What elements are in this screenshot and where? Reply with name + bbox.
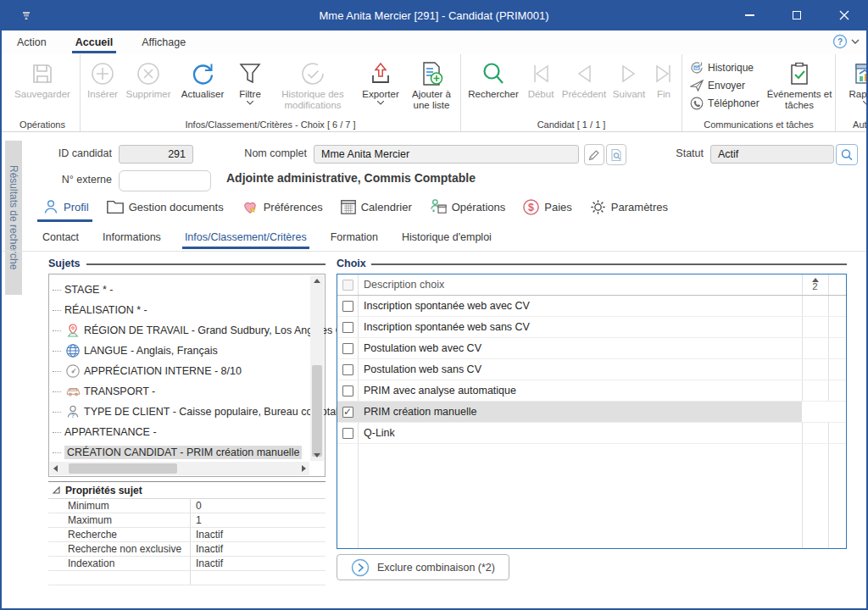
save-icon [31,58,54,89]
checkbox[interactable] [342,343,353,354]
checkbox-checked[interactable] [342,407,353,418]
export-icon [369,58,392,89]
status-field[interactable]: Actif [710,145,834,164]
subtab-formation[interactable]: Formation [331,225,378,249]
checkbox[interactable] [342,385,353,396]
tab-gestion-documents[interactable]: Gestion documents [106,193,224,220]
full-name-field[interactable]: Mme Anita Mercier [314,145,579,164]
quick-access-pin-icon[interactable] [22,11,31,19]
tree-item-creation-candidat[interactable]: CRÉATION CANDIDAT - PRIM création manuel… [53,444,302,461]
last-button[interactable]: Fin [648,56,679,118]
scroll-thumb[interactable] [312,365,322,457]
scroll-thumb[interactable] [69,463,177,474]
menu-accueil[interactable]: Accueil [74,32,114,53]
history-modifications-button[interactable]: Historique des modifications [270,56,356,118]
search-results-panel-label: Résultats de recherche [8,165,19,269]
report-button[interactable]: Rapport [838,56,868,118]
subtab-historique-emploi[interactable]: Historique d'emploi [402,225,492,249]
checkbox[interactable] [342,301,353,312]
proprietes-header[interactable]: Propriétés sujet [48,482,326,499]
choix-row[interactable]: Postulation web sans CV [337,359,846,380]
tree-item-transport[interactable]: TRANSPORT - [53,383,155,400]
ribbon-group-candidat: Rechercher Début Précédent Suivant [461,54,682,131]
choix-row[interactable]: Q-Link [337,423,846,444]
tab-paies[interactable]: $ Paies [522,193,572,220]
property-row-indexation[interactable]: Indexation Inactif [48,557,326,571]
export-button[interactable]: Exporter [356,56,405,118]
refresh-icon [190,58,215,89]
tree-item-appartenance[interactable]: APPARTENANCE - [53,424,157,441]
checkbox[interactable] [342,364,353,375]
status-search-icon [840,148,854,162]
checkbox[interactable] [342,428,353,439]
close-button[interactable] [821,0,868,30]
tree-item-realisation[interactable]: RÉALISATION * - [53,302,147,319]
send-button[interactable]: Envoyer [690,79,765,92]
tab-calendrier[interactable]: Calendrier [340,193,412,220]
phone-button[interactable]: Téléphoner [690,97,765,110]
job-title: Adjointe administrative, Commis Comptabl… [226,171,476,185]
next-button[interactable]: Suivant [609,56,648,118]
preview-document-button[interactable] [606,144,626,165]
tab-preferences[interactable]: Préférences [241,193,323,220]
subtab-informations[interactable]: Informations [103,225,161,249]
sujets-vertical-scrollbar[interactable] [310,275,324,461]
tree-item-langue[interactable]: LANGUE - Anglais, Français [53,342,218,359]
ribbon-collapse-chevron-icon[interactable] [851,38,860,45]
checkbox[interactable] [342,322,353,333]
previous-button[interactable]: Précédent [559,56,609,118]
help-icon[interactable]: ? [832,34,848,49]
subtab-infos-classement-criteres[interactable]: Infos/Classement/Critères [185,225,307,249]
history-button[interactable]: Historique [690,61,765,75]
events-tasks-button[interactable]: Événements et tâches [766,56,832,118]
add-to-list-button[interactable]: Ajouter à une liste [405,56,458,118]
choix-row-selected[interactable]: PRIM création manuelle [337,402,846,423]
search-results-panel-tab[interactable]: Résultats de recherche [5,141,22,295]
gear-icon [589,198,607,216]
save-button[interactable]: Sauvegarder [8,56,77,118]
choix-row[interactable]: Inscription spontanée web avec CV [337,296,846,317]
exclude-combination-button[interactable]: Exclure combinaison (*2) [337,554,509,580]
tree-item-stage[interactable]: STAGE * - [53,281,113,298]
external-number-field[interactable] [119,170,211,191]
tab-parametres[interactable]: Paramètres [589,193,668,220]
status-search-button[interactable] [836,144,858,165]
menu-affichage[interactable]: Affichage [140,32,187,53]
delete-icon [136,58,161,89]
menu-bar: Action Accueil Affichage ? [2,30,866,54]
tab-profil[interactable]: Profil [42,193,89,220]
external-number-label: N° externe [36,174,112,186]
choix-row[interactable]: PRIM avec analyse automatique [337,380,846,402]
choix-row[interactable]: Postulation web avec CV [337,338,846,359]
choix-row[interactable]: Inscription spontanée web sans CV [337,317,846,338]
ribbon-group-autres: Rapport Autres [836,54,868,131]
menu-action[interactable]: Action [15,32,48,53]
sujets-horizontal-scrollbar[interactable] [50,462,309,475]
insert-button[interactable]: Insérer [83,56,122,118]
last-icon [653,58,675,89]
filter-button[interactable]: Filtre [231,56,270,118]
subtab-contact[interactable]: Contact [42,225,79,249]
search-button[interactable]: Rechercher [464,56,523,118]
refresh-button[interactable]: Actualiser [175,56,231,118]
person-icon [42,198,59,215]
close-icon [839,10,849,20]
filter-icon [238,58,262,89]
edit-name-button[interactable] [584,144,604,165]
property-row-recherche-non-exclusive[interactable]: Recherche non exclusive Inactif [48,542,326,557]
choix-column-header[interactable]: Description choix [364,279,444,291]
tab-operations[interactable]: Opérations [429,193,506,220]
tree-item-appreciation-interne[interactable]: APPRÉCIATION INTERNE - 8/10 [53,363,242,380]
property-row-minimum[interactable]: Minimum 0 [48,499,326,513]
first-icon [530,58,552,89]
maximize-button[interactable] [773,0,821,30]
ribbon-group-operations: Sauvegarder Opérations [5,54,81,131]
property-row-maximum[interactable]: Maximum 1 [48,513,326,528]
svg-text:?: ? [837,37,843,47]
choix-header-row[interactable]: Description choix 2 [337,274,846,296]
property-row-recherche[interactable]: Recherche Inactif [48,528,326,542]
first-button[interactable]: Début [523,56,559,118]
search-icon [481,58,506,89]
delete-button[interactable]: Supprimer [122,56,175,118]
minimize-button[interactable] [726,0,773,30]
